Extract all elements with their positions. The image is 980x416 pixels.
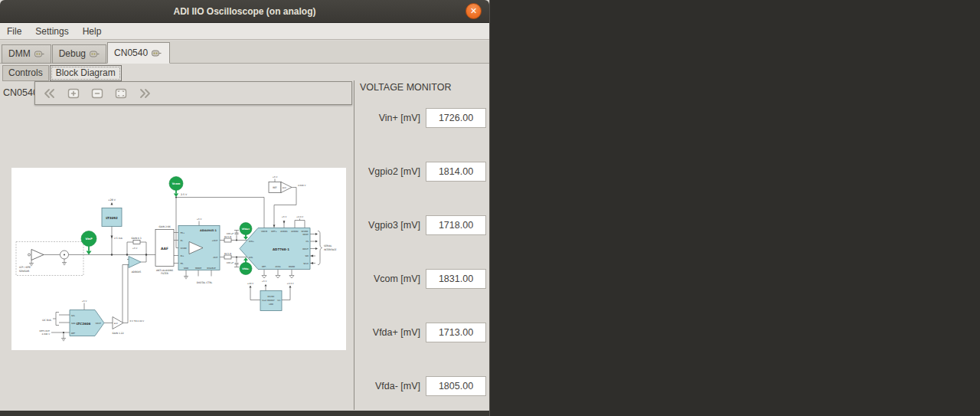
svg-text:+5 V: +5 V (197, 218, 202, 221)
vm-label: Vin+ [mV] (379, 113, 420, 123)
vm-row: Vgpio2 [mV] 1814.00 (360, 162, 486, 182)
zoom-out-icon[interactable] (89, 85, 106, 102)
ref-buffer-block: REF BUF +5 V 4.096 V (269, 175, 306, 193)
svg-text:BUF: BUF (283, 187, 286, 189)
vm-value-field[interactable]: 1713.00 (426, 323, 486, 342)
svg-text:DC/DC: DC/DC (268, 295, 275, 298)
svg-text:VOCM: VOCM (261, 230, 268, 233)
svg-text:GND: GND (184, 267, 188, 270)
svg-text:DOUT: DOUT (302, 247, 309, 251)
svg-text:LDO: LDO (269, 303, 273, 306)
svg-text:DISABLE: DISABLE (207, 267, 216, 270)
vm-label: Vfda+ [mV] (373, 327, 420, 338)
svg-text:Vout: Vout (262, 299, 266, 302)
svg-text:FB-: FB- (181, 262, 184, 265)
svg-text:+5 V: +5 V (273, 175, 278, 179)
dcdc-boost-block: DC/DC BOOST LDO Vout Vin +28 V +5 V +3.3… (247, 280, 294, 311)
svg-text:IN+: IN+ (181, 254, 185, 257)
vm-row: Vfda+ [mV] 1713.00 (360, 323, 486, 342)
vm-value-field[interactable]: 1814.00 (426, 162, 486, 182)
svg-text:Vcom: Vcom (172, 182, 181, 185)
subtab-block-diagram[interactable]: Block Diagram (50, 65, 122, 81)
gain03-label: GAIN 0.3 (131, 237, 141, 240)
svg-text:+28 V: +28 V (247, 282, 254, 285)
menu-help[interactable]: Help (76, 26, 109, 37)
svg-text:4.096 V: 4.096 V (42, 332, 51, 336)
svg-text:82.5 Ω: 82.5 Ω (224, 235, 231, 238)
svg-text:+3.3 V: +3.3 V (296, 215, 303, 218)
svg-text:+OUT: +OUT (212, 239, 218, 242)
serial-interface-label: SERIAL (324, 244, 332, 247)
svg-text:DRDY: DRDY (302, 233, 309, 236)
vm-row: Vgpio3 [mV] 1718.00 (360, 215, 486, 235)
svg-text:AIN+: AIN+ (249, 240, 254, 243)
vm-label: Vgpio3 [mV] (368, 220, 420, 231)
sensor-label: ICP / IEPE (19, 266, 31, 269)
zoom-fit-icon[interactable] (113, 85, 129, 102)
svg-text:FB+: FB+ (181, 231, 185, 234)
svg-text:BUF: BUF (114, 323, 118, 325)
svg-text:+5 V: +5 V (282, 215, 287, 218)
voltage-monitor-title: VOLTAGE MONITOR (360, 82, 451, 93)
svg-text:ANTI-ALIASING: ANTI-ALIASING (156, 269, 174, 272)
forward-icon[interactable] (136, 85, 153, 102)
ltc2606-block: LTC2606 SCL SDA REF VOUT I2C BUS REF1 OU… (40, 300, 145, 336)
tab-debug[interactable]: Debug (52, 44, 106, 64)
subtabrow: Controls Block Diagram (0, 64, 489, 82)
svg-text:+3.3 V: +3.3 V (286, 282, 293, 285)
svg-text:REF-: REF- (262, 265, 266, 268)
svg-text:AVSS: AVSS (276, 265, 281, 268)
tab-dmm[interactable]: DMM (2, 44, 51, 64)
vm-row: Vfda- [mV] 1805.00 (360, 376, 486, 396)
vm-row: Vin+ [mV] 1726.00 (360, 108, 486, 128)
zoom-in-icon[interactable] (65, 85, 82, 102)
panel-separator (354, 80, 354, 410)
vm-value-field[interactable]: 1726.00 (426, 108, 486, 128)
svg-text:DGND: DGND (289, 265, 295, 268)
aaf-block: AAF GAIN 2.66 ANTI-ALIASING FILTER (155, 225, 174, 276)
tab-cn0540[interactable]: CN0540 (107, 42, 170, 64)
svg-text:+5 V: +5 V (132, 247, 138, 250)
vm-label: Vcom [mV] (374, 274, 420, 284)
gain266-label: GAIN 2.66 (158, 225, 170, 228)
svg-text:REF: REF (273, 186, 277, 189)
vm-row: Vcom [mV] 1831.00 (360, 269, 486, 289)
svg-text:AD8605: AD8605 (132, 270, 142, 274)
ada4945-block: ADA4945-1 FB+ IN- VCOM IN+ FB- +OUT -OUT… (178, 218, 220, 284)
back-icon[interactable] (41, 85, 58, 102)
menu-file[interactable]: File (0, 26, 28, 37)
svg-text:VCOM: VCOM (181, 247, 188, 250)
svg-text:82.5 Ω: 82.5 Ω (224, 252, 231, 255)
svg-text:100 μF: 100 μF (227, 261, 234, 264)
subtab-controls[interactable]: Controls (2, 65, 49, 81)
vm-value-field[interactable]: 1831.00 (426, 269, 486, 289)
svg-text:SDI: SDI (305, 254, 309, 257)
svg-text:+5 V: +5 V (82, 300, 87, 303)
svg-text:100 μF: 100 μF (227, 232, 234, 235)
window-bottom-border (0, 411, 489, 416)
svg-text:REF: REF (71, 332, 76, 335)
svg-text:Vin: Vin (277, 299, 281, 302)
svg-text:AIN-: AIN- (249, 256, 253, 259)
output-network: 82.5 Ω 82.5 Ω 100 μF 100 μF (224, 232, 234, 264)
block-diagram-canvas: ICP / IEPE SENSOR VinP Vcom (11, 168, 346, 350)
menubar: File Settings Help (0, 23, 489, 40)
svg-text:REF+: REF+ (271, 230, 276, 233)
svg-text:ADA4945-1: ADA4945-1 (200, 229, 217, 232)
menu-settings[interactable]: Settings (28, 26, 75, 37)
plug-icon (90, 50, 100, 58)
svg-text:AAF: AAF (161, 247, 168, 251)
close-icon[interactable]: ✕ (466, 3, 482, 19)
icp-iepe-sensor-block: ICP / IEPE SENSOR (16, 242, 83, 276)
svg-text:INTERFACE: INTERFACE (324, 248, 336, 251)
vm-value-field[interactable]: 1805.00 (426, 376, 486, 396)
output-range-label: 0 V TO 4.99 V (130, 319, 145, 323)
window-title: ADI IIO Oscilloscope (on analog) (173, 6, 315, 17)
svg-text:4.096 V: 4.096 V (298, 184, 306, 187)
vm-value-field[interactable]: 1718.00 (426, 215, 486, 235)
svg-text:FILTER: FILTER (161, 272, 168, 275)
titlebar[interactable]: ADI IIO Oscilloscope (on analog) ✕ (0, 0, 489, 23)
svg-text:VOUT: VOUT (95, 322, 101, 325)
svg-text:LTC2606: LTC2606 (77, 322, 91, 326)
svg-text:BOOST: BOOST (267, 299, 275, 302)
